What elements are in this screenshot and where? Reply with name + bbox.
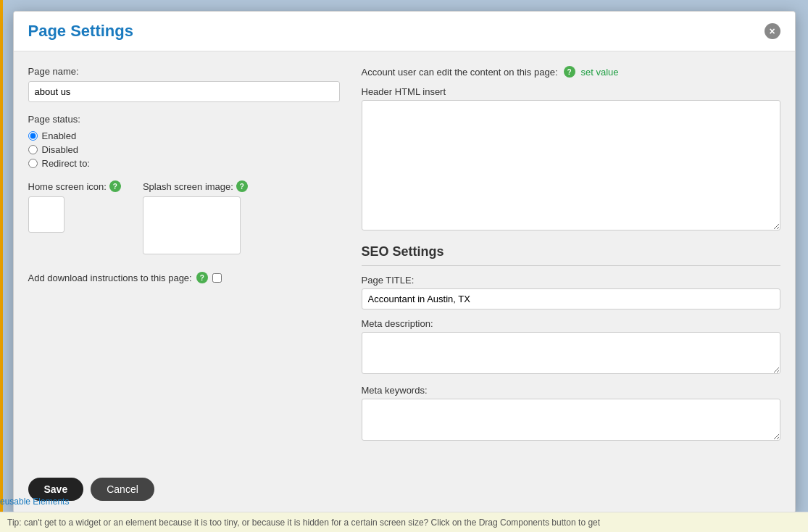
modal-body: Page name: Page status: Enabled Disabled… <box>14 51 795 466</box>
status-disabled-option[interactable]: Disabled <box>28 144 340 155</box>
left-column: Page name: Page status: Enabled Disabled… <box>28 66 340 452</box>
page-title-field: Page TITLE: <box>362 275 780 309</box>
status-redirect-option[interactable]: Redirect to: <box>28 158 340 169</box>
status-disabled-radio[interactable] <box>28 145 38 154</box>
account-user-help-icon[interactable]: ? <box>564 66 575 78</box>
meta-description-textarea[interactable] <box>362 332 780 374</box>
status-enabled-label: Enabled <box>42 130 77 141</box>
splash-screen-help-icon[interactable]: ? <box>236 180 248 192</box>
tip-bar: Tip: can't get to a widget or an element… <box>0 512 808 532</box>
status-redirect-radio[interactable] <box>28 159 38 168</box>
reusable-elements-label: eusable Elements <box>0 496 69 507</box>
reusable-elements-link[interactable]: eusable Elements <box>0 496 69 507</box>
home-screen-icon-label: Home screen icon: ? <box>28 180 121 192</box>
page-name-input[interactable] <box>28 81 340 102</box>
page-name-label: Page name: <box>28 66 340 77</box>
modal-title: Page Settings <box>28 22 133 41</box>
add-download-checkbox[interactable] <box>212 273 222 283</box>
page-settings-modal: Page Settings × Page name: Page status: … <box>13 11 796 513</box>
cancel-button[interactable]: Cancel <box>91 478 154 501</box>
splash-screen-label: Splash screen image: ? <box>143 180 248 192</box>
page-title-input[interactable] <box>362 288 780 309</box>
status-redirect-label: Redirect to: <box>42 158 90 169</box>
splash-screen-upload[interactable] <box>143 196 241 254</box>
modal-footer: Save Cancel <box>14 466 795 512</box>
home-screen-help-icon[interactable]: ? <box>109 180 121 192</box>
icon-section: Home screen icon: ? Splash screen image:… <box>28 180 340 254</box>
header-html-textarea[interactable] <box>362 100 780 230</box>
meta-description-label: Meta description: <box>362 318 780 329</box>
splash-screen-image-field: Splash screen image: ? <box>143 180 248 254</box>
account-user-row: Account user can edit the content on thi… <box>362 66 780 78</box>
modal-overlay: Page Settings × Page name: Page status: … <box>0 0 808 512</box>
tip-text: Tip: can't get to a widget or an element… <box>7 518 600 528</box>
meta-keywords-field: Meta keywords: <box>362 385 780 443</box>
meta-keywords-label: Meta keywords: <box>362 385 780 396</box>
header-html-section: Header HTML insert <box>362 86 780 233</box>
page-status-label: Page status: <box>28 114 340 125</box>
home-screen-icon-field: Home screen icon: ? <box>28 180 121 233</box>
right-column: Account user can edit the content on thi… <box>362 66 780 452</box>
account-user-label: Account user can edit the content on thi… <box>362 67 558 78</box>
home-screen-icon-upload[interactable] <box>28 196 64 233</box>
seo-section-title: SEO Settings <box>362 244 780 266</box>
reusable-elements-bar: eusable Elements <box>0 496 87 512</box>
meta-keywords-textarea[interactable] <box>362 399 780 441</box>
meta-description-field: Meta description: <box>362 318 780 376</box>
add-download-help-icon[interactable]: ? <box>196 272 208 283</box>
status-enabled-option[interactable]: Enabled <box>28 130 340 141</box>
download-section: Add download instructions to this page: … <box>28 272 340 283</box>
seo-section: SEO Settings Page TITLE: Meta descriptio… <box>362 244 780 452</box>
header-html-label: Header HTML insert <box>362 86 780 97</box>
modal-header: Page Settings × <box>14 12 795 51</box>
status-disabled-label: Disabled <box>42 144 79 155</box>
page-title-label: Page TITLE: <box>362 275 780 286</box>
set-value-link[interactable]: set value <box>581 67 619 78</box>
status-enabled-radio[interactable] <box>28 131 38 141</box>
close-button[interactable]: × <box>765 23 780 39</box>
add-download-label: Add download instructions to this page: <box>28 273 192 283</box>
page-status-radio-group: Enabled Disabled Redirect to: <box>28 130 340 169</box>
